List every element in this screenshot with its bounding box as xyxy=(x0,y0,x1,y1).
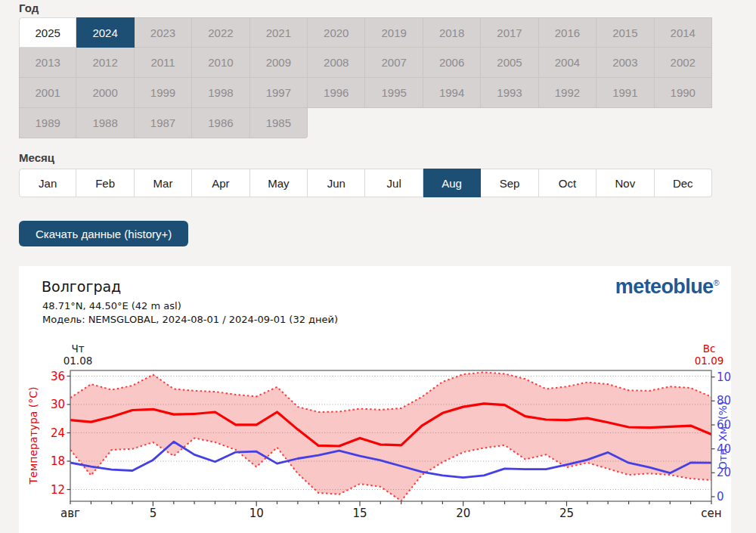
year-button-2015[interactable]: 2015 xyxy=(596,17,654,48)
month-button-oct[interactable]: Oct xyxy=(539,169,596,197)
year-button-2006[interactable]: 2006 xyxy=(423,48,481,78)
year-button-2005[interactable]: 2005 xyxy=(481,48,538,78)
left-axis-title: Температура (°C) xyxy=(27,386,39,485)
x-axis-start-label: авг xyxy=(60,507,80,520)
year-button-1985[interactable]: 1985 xyxy=(250,108,308,138)
year-grid: 2025202420232022202120202019201820172016… xyxy=(19,17,712,138)
year-button-2012[interactable]: 2012 xyxy=(76,48,134,78)
year-button-1988[interactable]: 1988 xyxy=(76,108,134,138)
meteoblue-logo: meteoblue® xyxy=(615,275,719,299)
month-section-label: Месяц xyxy=(19,151,54,164)
year-button-2013[interactable]: 2013 xyxy=(19,48,76,78)
month-button-jul[interactable]: Jul xyxy=(365,169,423,197)
month-button-nov[interactable]: Nov xyxy=(596,169,654,197)
weather-chart-card: Волгоград 48.71°N, 44.50°E (42 m asl) Мо… xyxy=(19,266,731,533)
year-button-2014[interactable]: 2014 xyxy=(655,17,712,48)
x-axis-end-label: сен xyxy=(701,507,721,520)
year-button-2004[interactable]: 2004 xyxy=(539,48,596,78)
month-button-feb[interactable]: Feb xyxy=(76,169,134,197)
left-axis-tick-label: 18 xyxy=(51,454,65,468)
year-button-2010[interactable]: 2010 xyxy=(192,48,249,78)
download-data-button[interactable]: Скачать данные (history+) xyxy=(19,221,188,246)
year-button-2019[interactable]: 2019 xyxy=(365,17,423,48)
left-axis-tick-label: 36 xyxy=(51,370,65,383)
right-axis-title: Отн. Хм. (%) xyxy=(717,401,729,470)
year-button-2022[interactable]: 2022 xyxy=(192,17,249,48)
year-button-2025[interactable]: 2025 xyxy=(19,17,76,48)
year-button-1998[interactable]: 1998 xyxy=(192,78,249,108)
year-button-1991[interactable]: 1991 xyxy=(596,78,654,108)
left-axis-tick-label: 12 xyxy=(51,483,65,497)
x-axis-tick-label: 20 xyxy=(456,507,470,520)
end-date-label: 01.09 xyxy=(695,355,724,367)
year-button-2007[interactable]: 2007 xyxy=(365,48,423,78)
month-button-dec[interactable]: Dec xyxy=(655,169,712,197)
year-button-2023[interactable]: 2023 xyxy=(135,17,192,48)
year-button-2018[interactable]: 2018 xyxy=(423,17,481,48)
year-section-label: Год xyxy=(19,2,39,14)
year-button-2020[interactable]: 2020 xyxy=(308,17,365,48)
year-button-1989[interactable]: 1989 xyxy=(19,108,76,138)
weather-chart-svg: 3630241812100806040200510152025авгсенЧт0… xyxy=(19,342,731,533)
year-button-1992[interactable]: 1992 xyxy=(539,78,596,108)
registered-mark-icon: ® xyxy=(713,278,719,287)
chart-plot-area: 3630241812100806040200510152025авгсенЧт0… xyxy=(19,342,731,533)
month-row: JanFebMarAprMayJunJulAugSepOctNovDec xyxy=(19,169,712,197)
end-weekday-label: Вс xyxy=(703,342,716,355)
year-button-1994[interactable]: 1994 xyxy=(423,78,481,108)
start-date-label: 01.08 xyxy=(64,355,93,367)
logo-text: meteoblue xyxy=(615,275,714,298)
left-axis-tick-label: 24 xyxy=(51,426,65,440)
year-button-2024[interactable]: 2024 xyxy=(76,17,134,48)
year-button-1997[interactable]: 1997 xyxy=(250,78,308,108)
year-button-1995[interactable]: 1995 xyxy=(365,78,423,108)
year-button-2002[interactable]: 2002 xyxy=(655,48,712,78)
month-button-may[interactable]: May xyxy=(250,169,308,197)
year-button-2008[interactable]: 2008 xyxy=(308,48,365,78)
start-weekday-label: Чт xyxy=(71,342,84,355)
year-button-1999[interactable]: 1999 xyxy=(135,78,192,108)
month-button-apr[interactable]: Apr xyxy=(192,169,249,197)
year-button-1990[interactable]: 1990 xyxy=(655,78,712,108)
year-button-2000[interactable]: 2000 xyxy=(76,78,134,108)
year-button-2009[interactable]: 2009 xyxy=(250,48,308,78)
month-button-jan[interactable]: Jan xyxy=(19,169,76,197)
right-axis-tick-label: 0 xyxy=(717,490,724,504)
year-button-2011[interactable]: 2011 xyxy=(135,48,192,78)
left-axis-tick-label: 30 xyxy=(51,398,65,411)
month-button-jun[interactable]: Jun xyxy=(308,169,365,197)
year-button-1986[interactable]: 1986 xyxy=(192,108,249,138)
chart-model-info: Модель: NEMSGLOBAL, 2024-08-01 / 2024-09… xyxy=(42,314,338,325)
year-button-1993[interactable]: 1993 xyxy=(481,78,538,108)
year-button-2001[interactable]: 2001 xyxy=(19,78,76,108)
year-button-2017[interactable]: 2017 xyxy=(481,17,538,48)
x-axis-tick-label: 5 xyxy=(150,507,157,520)
month-button-aug[interactable]: Aug xyxy=(423,169,481,197)
year-button-1996[interactable]: 1996 xyxy=(308,78,365,108)
month-button-sep[interactable]: Sep xyxy=(481,169,538,197)
x-axis-tick-label: 10 xyxy=(249,507,264,520)
x-axis-tick-label: 25 xyxy=(559,507,574,520)
chart-location-title: Волгоград xyxy=(42,278,121,295)
chart-coordinates: 48.71°N, 44.50°E (42 m asl) xyxy=(42,300,181,311)
year-button-1987[interactable]: 1987 xyxy=(135,108,192,138)
year-button-2021[interactable]: 2021 xyxy=(250,17,308,48)
x-axis-tick-label: 15 xyxy=(352,507,367,520)
year-button-2003[interactable]: 2003 xyxy=(596,48,654,78)
year-button-2016[interactable]: 2016 xyxy=(539,17,596,48)
month-button-mar[interactable]: Mar xyxy=(135,169,192,197)
right-axis-tick-label: 100 xyxy=(717,370,731,384)
